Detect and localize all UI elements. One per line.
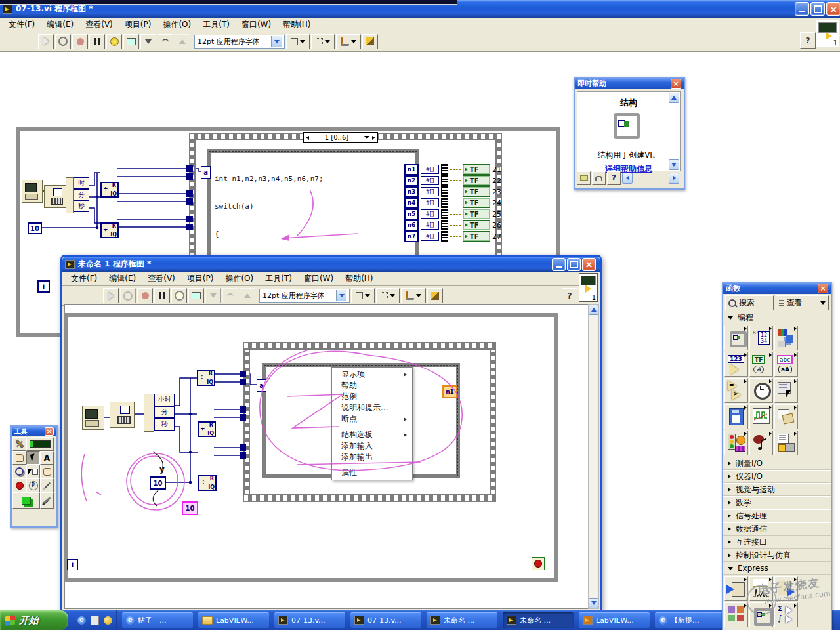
boolean-indicator[interactable]: TF	[463, 175, 490, 186]
application-control-icon[interactable]	[774, 404, 798, 429]
numeric-constant-10[interactable]: 10	[28, 222, 42, 234]
pause-button[interactable]	[154, 288, 170, 303]
file-io-icon[interactable]	[724, 404, 748, 429]
category-connectivity[interactable]: 互连接口	[723, 536, 831, 549]
build-array-node[interactable]: #[]	[421, 220, 439, 230]
boolean-convert-icon[interactable]	[441, 220, 448, 230]
dialog-user-interface-icon[interactable]	[774, 378, 798, 403]
formula-output[interactable]: n4	[404, 198, 419, 209]
maximize-button[interactable]	[567, 258, 581, 271]
menu-item-help[interactable]: 帮助	[332, 380, 412, 391]
set-color-tool-icon[interactable]	[12, 492, 40, 509]
shortcut-menu-tool-icon[interactable]	[26, 465, 40, 478]
connect-wire-tool-icon[interactable]	[12, 465, 26, 478]
step-over-button[interactable]	[158, 34, 173, 49]
cleanup-diagram-button[interactable]	[362, 34, 378, 49]
tools-title-bar[interactable]: 工具	[12, 427, 56, 436]
menu-view[interactable]: 查看(V)	[79, 18, 119, 32]
tunnel[interactable]	[240, 406, 246, 413]
quicklaunch-doc-icon[interactable]	[91, 616, 99, 625]
operate-value-tool-icon[interactable]	[12, 451, 26, 465]
menu-item-examples[interactable]: 范例	[332, 391, 412, 402]
formula-input-a[interactable]: a	[257, 379, 266, 392]
font-selector[interactable]: 12pt 应用程序字体	[194, 35, 285, 49]
menu-window[interactable]: 窗口(W)	[236, 18, 277, 32]
task-button[interactable]: LabVIEW...	[579, 612, 650, 628]
category-programming[interactable]: 编程	[723, 312, 831, 324]
build-array-node[interactable]: #[]	[421, 198, 439, 207]
tunnel[interactable]	[240, 379, 246, 385]
boolean-convert-icon[interactable]	[441, 209, 448, 219]
formula-output[interactable]: n6	[404, 220, 419, 231]
menu-item-add-input[interactable]: 添加输入	[332, 440, 412, 452]
reorder-dropdown[interactable]	[401, 288, 426, 303]
build-array-node[interactable]: #[]	[421, 209, 439, 219]
highlight-execution-button[interactable]	[106, 34, 122, 49]
probe-tool-icon[interactable]: P	[26, 478, 40, 492]
close-button[interactable]	[582, 258, 596, 271]
formula-output-n1[interactable]: n1	[442, 385, 457, 398]
pause-button[interactable]	[89, 34, 105, 49]
close-button[interactable]	[826, 2, 840, 16]
brush-icon[interactable]	[40, 492, 54, 509]
close-icon[interactable]	[818, 284, 828, 293]
frame-list-arrow[interactable]	[364, 136, 369, 139]
iteration-terminal[interactable]: i	[67, 559, 78, 570]
start-button[interactable]: 开始	[0, 610, 68, 630]
formula-output[interactable]: n7	[404, 231, 419, 242]
view-button[interactable]: 查看	[776, 295, 829, 310]
cleanup-diagram-button[interactable]	[427, 288, 443, 303]
task-button[interactable]: 07-13.v...	[350, 612, 421, 628]
quotient-remainder-node[interactable]: RIQ÷	[198, 421, 216, 437]
back-arrow-icon[interactable]	[622, 173, 633, 184]
tunnel[interactable]	[186, 198, 193, 205]
step-into-button[interactable]	[205, 288, 221, 303]
formula-output[interactable]: n2	[404, 175, 419, 186]
menu-project[interactable]: 项目(P)	[119, 18, 158, 32]
string-icon[interactable]: abcaA	[774, 352, 798, 377]
functions-title-bar[interactable]: 函数	[723, 283, 831, 294]
formula-output[interactable]: n3	[404, 186, 419, 198]
cluster-icon[interactable]	[774, 326, 798, 350]
boolean-indicator[interactable]: TF	[463, 231, 490, 242]
menu-item-properties[interactable]: 属性	[332, 467, 412, 478]
pin-icon[interactable]	[577, 171, 591, 185]
main-help-button[interactable]: ?	[800, 32, 816, 49]
font-dropdown-arrow[interactable]	[336, 290, 346, 301]
minimize-button[interactable]	[552, 258, 566, 271]
quotient-remainder-node[interactable]: RIQ÷	[100, 222, 119, 238]
unbundle-node[interactable]: 时 分 秒	[66, 177, 89, 212]
forward-arrow-icon[interactable]	[669, 173, 679, 184]
quotient-remainder-node[interactable]: RIQ÷	[198, 475, 217, 491]
timing-icon[interactable]	[749, 378, 773, 403]
edit-text-tool-icon[interactable]: A	[40, 451, 54, 465]
loop-condition-terminal[interactable]	[532, 557, 545, 570]
build-array-node[interactable]: #[]	[421, 187, 439, 196]
align-objects-dropdown[interactable]	[351, 288, 375, 303]
get-datetime-node[interactable]	[82, 406, 104, 430]
scroll-down-icon[interactable]	[589, 598, 598, 608]
task-button-active[interactable]: 未命名 ...	[503, 612, 574, 628]
scroll-up-icon[interactable]	[669, 93, 679, 103]
minimize-button[interactable]	[795, 2, 809, 16]
menu-item-description[interactable]: 说明和提示...	[332, 402, 412, 413]
formula-output[interactable]: n1	[404, 164, 419, 175]
run-continuous-button[interactable]	[120, 288, 136, 303]
category-express[interactable]: Express	[723, 562, 831, 575]
menu-tools[interactable]: 工具(T)	[259, 272, 298, 285]
category-data-communication[interactable]: 数据通信	[723, 522, 831, 536]
numeric-constant-10[interactable]: 10	[150, 476, 166, 490]
menu-operate[interactable]: 操作(O)	[219, 272, 259, 285]
scroll-tool-icon[interactable]	[40, 465, 54, 478]
task-button[interactable]: 未命名 ...	[427, 612, 497, 628]
datetime-convert-node[interactable]	[110, 402, 135, 428]
build-array-node[interactable]: #[]	[421, 176, 439, 185]
category-signal-processing[interactable]: 信号处理	[723, 509, 831, 522]
task-button[interactable]: 07-13.v...	[274, 612, 345, 628]
boolean-indicator[interactable]: TF	[463, 220, 490, 230]
tunnel[interactable]	[240, 371, 246, 377]
quotient-remainder-node[interactable]: RIQ÷	[197, 370, 215, 386]
numeric-constant-10-highlighted[interactable]: 10	[182, 501, 198, 515]
tunnel[interactable]	[186, 224, 193, 230]
scroll-up-icon[interactable]	[589, 304, 598, 315]
